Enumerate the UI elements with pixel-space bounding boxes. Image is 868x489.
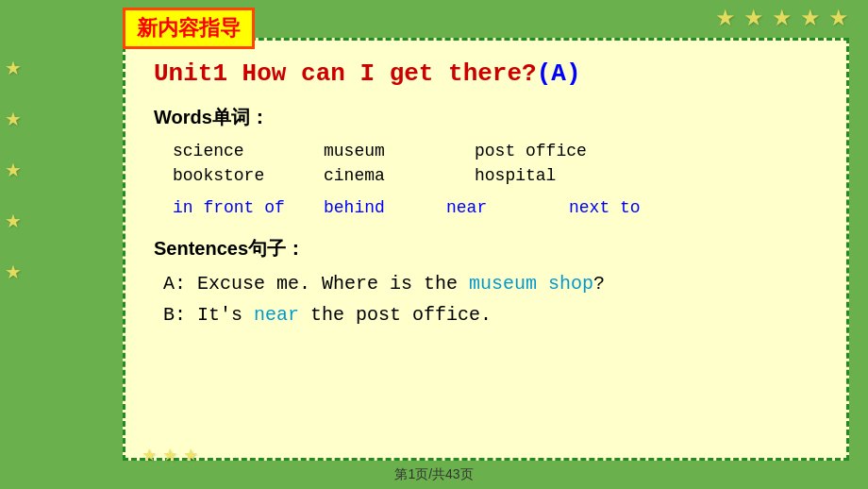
left-star-icon-1: ★ bbox=[5, 57, 22, 79]
sentence-b-highlight: near bbox=[254, 304, 299, 326]
bottom-star-icon-1: ★ bbox=[142, 445, 157, 465]
prep-near: near bbox=[446, 198, 569, 217]
bottom-star-icon-3: ★ bbox=[183, 445, 198, 465]
prep-in-front-of: in front of bbox=[173, 198, 324, 217]
star-icon-2: ★ bbox=[743, 5, 764, 31]
left-star-icon-5: ★ bbox=[5, 261, 22, 283]
left-star-icon-4: ★ bbox=[5, 210, 22, 232]
words-grid: science museum post office bookstore cin… bbox=[173, 142, 818, 185]
bottom-star-icon-2: ★ bbox=[162, 445, 177, 465]
prepositions-row: in front of behind near next to bbox=[173, 198, 818, 217]
sentence-b-after: the post office. bbox=[299, 304, 492, 326]
pagination: 第1页/共43页 bbox=[0, 466, 868, 483]
word-cinema: cinema bbox=[324, 166, 475, 185]
word-hospital: hospital bbox=[475, 166, 644, 185]
star-icon-5: ★ bbox=[828, 5, 849, 31]
bottom-stars: ★ ★ ★ bbox=[142, 445, 198, 465]
main-content: Unit1 How can I get there?(A) Words单词： s… bbox=[123, 38, 849, 461]
prep-behind: behind bbox=[324, 198, 446, 217]
sentence-a-speaker: A: bbox=[163, 273, 186, 295]
sentences-section-label: Sentences句子： bbox=[154, 236, 818, 261]
sentence-a-before: Excuse me. Where is the bbox=[197, 273, 469, 295]
word-bookstore: bookstore bbox=[173, 166, 324, 185]
unit-title-highlight: (A) bbox=[537, 59, 581, 88]
words-section-label: Words单词： bbox=[154, 105, 818, 130]
sentence-a: A: Excuse me. Where is the museum shop? bbox=[163, 273, 818, 295]
sentence-b-speaker: B: bbox=[163, 304, 186, 326]
prep-next-to: next to bbox=[569, 198, 692, 217]
top-right-stars: ★ ★ ★ ★ ★ bbox=[715, 5, 849, 31]
word-post-office: post office bbox=[475, 142, 644, 160]
word-science: science bbox=[173, 142, 324, 160]
unit-title: Unit1 How can I get there?(A) bbox=[154, 59, 818, 88]
word-museum: museum bbox=[324, 142, 475, 160]
left-star-icon-2: ★ bbox=[5, 108, 22, 130]
title-badge: 新内容指导 bbox=[123, 8, 255, 49]
star-icon-3: ★ bbox=[772, 5, 793, 31]
star-icon-4: ★ bbox=[800, 5, 821, 31]
sentence-b-before: It's bbox=[197, 304, 254, 326]
left-stars: ★ ★ ★ ★ ★ bbox=[5, 57, 22, 283]
unit-title-main: Unit1 How can I get there? bbox=[154, 59, 537, 88]
title-badge-text: 新内容指导 bbox=[137, 16, 241, 40]
sentence-a-highlight: museum shop bbox=[469, 273, 593, 295]
sentence-a-after: ? bbox=[593, 273, 605, 295]
sentence-b: B: It's near the post office. bbox=[163, 304, 818, 326]
left-star-icon-3: ★ bbox=[5, 159, 22, 181]
pagination-text: 第1页/共43页 bbox=[394, 466, 473, 481]
star-icon-1: ★ bbox=[715, 5, 736, 31]
